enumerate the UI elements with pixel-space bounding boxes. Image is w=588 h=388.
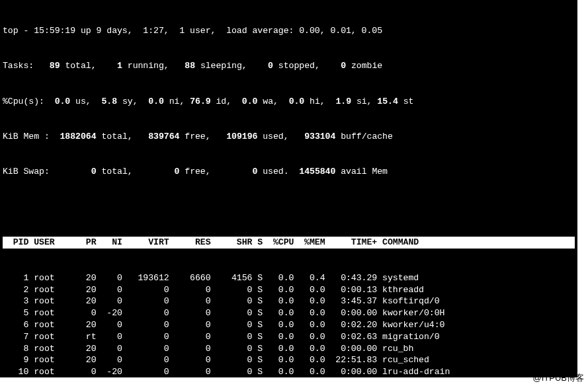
process-row[interactable]: 7 root rt 0 0 0 0 S 0.0 0.0 0:02.63 migr…	[3, 331, 575, 343]
process-row[interactable]: 6 root 20 0 0 0 0 S 0.0 0.0 0:02.20 kwor…	[3, 319, 575, 331]
process-row[interactable]: 5 root 0 -20 0 0 0 S 0.0 0.0 0:00.00 kwo…	[3, 307, 575, 319]
terminal-window[interactable]: top - 15:59:19 up 9 days, 1:27, 1 user, …	[0, 0, 577, 377]
process-table-header[interactable]: PID USER PR NI VIRT RES SHR S %CPU %MEM …	[3, 237, 575, 249]
process-row[interactable]: 8 root 20 0 0 0 0 S 0.0 0.0 0:00.00 rcu_…	[3, 343, 575, 355]
process-row[interactable]: 10 root 0 -20 0 0 0 S 0.0 0.0 0:00.00 lr…	[3, 366, 575, 377]
summary-line-tasks: Tasks: 89 total, 1 running, 88 sleeping,…	[3, 60, 575, 72]
process-table-body: 1 root 20 0 193612 6660 4156 S 0.0 0.4 0…	[3, 272, 575, 377]
summary-line-top: top - 15:59:19 up 9 days, 1:27, 1 user, …	[3, 25, 575, 37]
process-row[interactable]: 1 root 20 0 193612 6660 4156 S 0.0 0.4 0…	[3, 272, 575, 284]
process-row[interactable]: 2 root 20 0 0 0 0 S 0.0 0.0 0:00.13 kthr…	[3, 284, 575, 296]
summary-line-cpu: %Cpu(s): 0.0 us, 5.8 sy, 0.0 ni, 76.9 id…	[3, 96, 575, 108]
summary-line-swap: KiB Swap: 0 total, 0 free, 0 used. 14558…	[3, 166, 575, 178]
process-row[interactable]: 9 root 20 0 0 0 0 S 0.0 0.0 22:51.83 rcu…	[3, 354, 575, 366]
summary-blank	[3, 202, 575, 213]
watermark-label: @ITPUB博客	[533, 372, 584, 384]
process-row[interactable]: 3 root 20 0 0 0 0 S 0.0 0.0 3:45.37 ksof…	[3, 295, 575, 307]
summary-line-mem: KiB Mem : 1882064 total, 839764 free, 10…	[3, 131, 575, 143]
